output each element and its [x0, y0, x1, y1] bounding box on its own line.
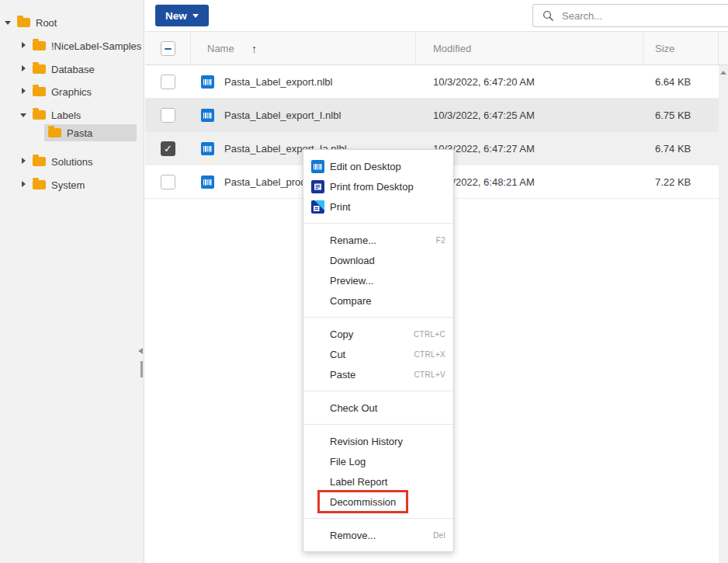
tree-item-label: System	[51, 179, 85, 191]
sidebar-scrollbar-thumb[interactable]	[140, 361, 143, 377]
sidebar-item-database[interactable]: Database	[20, 61, 95, 78]
tree-item-label: Graphics	[51, 86, 92, 98]
sidebar-item-pasta[interactable]: Pasta	[44, 124, 137, 141]
menu-item-preview[interactable]: Preview...	[303, 270, 453, 290]
select-all-checkbox[interactable]	[161, 41, 175, 56]
row-checkbox[interactable]	[161, 75, 175, 89]
menu-item-label: Revision History	[330, 436, 403, 447]
barcode-label-icon	[201, 75, 214, 89]
file-size: 6.74 KB	[643, 143, 719, 155]
menu-separator	[303, 317, 453, 318]
sidebar-item-nicelabel-samples[interactable]: !NiceLabel-Samples	[20, 37, 141, 54]
menu-item-cut[interactable]: Cut CTRL+X	[303, 344, 453, 364]
folder-icon	[33, 64, 46, 74]
menu-item-label: Compare	[330, 295, 371, 307]
column-header-name[interactable]: Name ↑	[191, 32, 416, 64]
chevron-right-icon[interactable]	[20, 158, 28, 165]
menu-item-label: Label Report	[330, 476, 387, 488]
column-header-label: Modified	[433, 43, 471, 54]
header-scrollbar-spacer	[719, 32, 728, 64]
sidebar-item-system[interactable]: System	[20, 176, 85, 193]
menu-item-compare[interactable]: Compare	[303, 290, 453, 311]
folder-icon	[33, 180, 46, 189]
print-desktop-icon	[311, 180, 324, 193]
menu-item-rename[interactable]: Rename... F2	[303, 230, 453, 250]
folder-icon	[33, 87, 46, 96]
print-icon	[311, 200, 324, 214]
menu-item-label: Download	[330, 255, 375, 266]
sidebar-item-labels[interactable]: Labels	[20, 106, 81, 123]
file-size: 6.75 KB	[643, 109, 719, 121]
column-header-modified[interactable]: Modified	[416, 32, 643, 64]
menu-item-label: Print	[330, 201, 351, 213]
row-checkbox[interactable]: ✓	[161, 141, 175, 156]
row-checkbox[interactable]	[161, 175, 175, 189]
sidebar-item-solutions[interactable]: Solutions	[20, 153, 92, 170]
header-select-cell	[145, 32, 191, 64]
file-modified: 10/3/2022, 6:47:25 AM	[416, 109, 643, 121]
menu-item-decommission[interactable]: Decommission	[303, 492, 453, 512]
menu-item-check-out[interactable]: Check Out	[303, 398, 453, 418]
sidebar-item-graphics[interactable]: Graphics	[20, 83, 92, 100]
chevron-right-icon[interactable]	[20, 181, 28, 189]
row-checkbox[interactable]	[161, 108, 175, 123]
menu-item-edit-on-desktop[interactable]: Edit on Desktop	[303, 156, 453, 176]
document-management-window: Root !NiceLabel-Samples Database Graphic…	[0, 0, 728, 563]
menu-item-label-report[interactable]: Label Report	[303, 471, 453, 492]
caret-down-icon	[192, 14, 199, 18]
chevron-right-icon[interactable]	[20, 65, 28, 73]
menu-item-print-from-desktop[interactable]: Print from Desktop	[303, 176, 453, 196]
folder-icon	[33, 110, 46, 120]
folder-tree-sidebar: Root !NiceLabel-Samples Database Graphic…	[0, 0, 144, 563]
table-row[interactable]: Pasta_Label_export.nlbl 10/3/2022, 6:47:…	[145, 65, 719, 99]
folder-icon	[33, 41, 46, 50]
barcode-label-icon	[201, 142, 214, 155]
menu-item-file-log[interactable]: File Log	[303, 451, 453, 471]
scroll-up-icon[interactable]	[720, 71, 726, 75]
barcode-label-icon	[201, 109, 214, 122]
chevron-down-icon[interactable]	[5, 19, 12, 26]
menu-item-copy[interactable]: Copy CTRL+C	[303, 324, 453, 344]
column-header-size[interactable]: Size	[643, 32, 719, 64]
menu-item-label: Preview...	[330, 275, 373, 287]
menu-item-label: Decommission	[330, 496, 396, 508]
table-header: Name ↑ Modified Size	[145, 32, 728, 65]
barcode-label-icon	[311, 160, 324, 173]
context-menu: Edit on Desktop Print from Desktop Print	[303, 149, 454, 552]
menu-separator	[303, 518, 453, 519]
chevron-right-icon[interactable]	[20, 42, 28, 50]
new-button[interactable]: New	[155, 5, 209, 26]
barcode-label-icon	[201, 176, 214, 189]
menu-item-revision-history[interactable]: Revision History	[303, 431, 453, 451]
menu-item-label: Copy	[330, 328, 353, 340]
tree-item-label: !NiceLabel-Samples	[51, 40, 141, 52]
table-row[interactable]: Pasta_Label_export_I.nlbl 10/3/2022, 6:4…	[145, 99, 719, 132]
folder-icon	[33, 157, 46, 166]
menu-separator	[303, 223, 453, 224]
menu-item-label: File Log	[330, 456, 366, 467]
menu-item-label: Print from Desktop	[330, 181, 414, 193]
menu-item-remove[interactable]: Remove... Del	[303, 525, 453, 545]
search-input[interactable]	[562, 10, 728, 22]
menu-item-label: Remove...	[330, 530, 376, 541]
menu-item-label: Paste	[330, 369, 355, 381]
menu-item-download[interactable]: Download	[303, 250, 453, 270]
search-box[interactable]	[532, 4, 728, 27]
file-modified: 10/3/2022, 6:47:20 AM	[416, 76, 643, 88]
menu-separator	[303, 424, 453, 425]
file-name: Pasta_Label_export_I.nlbl	[224, 109, 341, 121]
chevron-down-icon[interactable]	[20, 111, 28, 119]
sidebar-item-root[interactable]: Root	[5, 14, 57, 31]
menu-shortcut: Del	[433, 531, 445, 540]
menu-item-print[interactable]: Print	[303, 196, 453, 217]
menu-item-paste[interactable]: Paste CTRL+V	[303, 364, 453, 384]
sort-ascending-icon[interactable]: ↑	[251, 43, 258, 54]
vertical-scrollbar[interactable]	[719, 65, 728, 563]
new-button-label: New	[165, 10, 187, 22]
menu-shortcut: CTRL+C	[414, 330, 445, 339]
file-name: Pasta_Label_export.nlbl	[224, 76, 333, 88]
chevron-right-icon[interactable]	[20, 88, 28, 96]
folder-icon	[17, 18, 30, 27]
sidebar-collapse-icon[interactable]	[138, 348, 143, 354]
tree-item-label: Root	[36, 17, 57, 29]
